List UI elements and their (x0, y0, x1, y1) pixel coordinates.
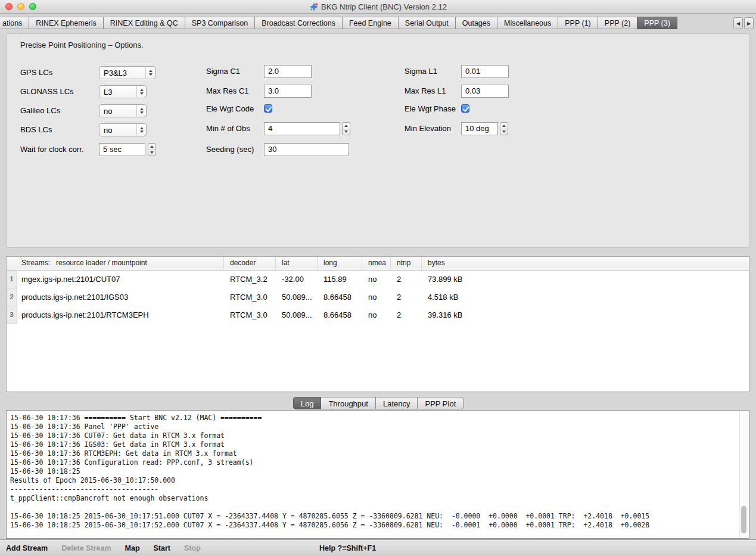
log-scrollbar[interactable] (739, 411, 749, 538)
sigma-c1-input[interactable]: 2.0 (264, 65, 312, 78)
max-res-l1-input[interactable]: 0.03 (461, 85, 509, 98)
sigma-l1-input[interactable]: 0.01 (461, 65, 509, 78)
sigma-c1-label: Sigma C1 (206, 67, 240, 76)
header-mountpoint[interactable]: Streams: resource loader / mountpoint (7, 257, 224, 270)
ele-wgt-code-checkbox[interactable] (264, 104, 272, 113)
wait-clock-stepper[interactable] (148, 143, 156, 156)
cell-lat: 50.089... (276, 288, 318, 306)
log-line: 15-06-30 10:18:25 (10, 467, 738, 476)
tab-miscellaneous[interactable]: Miscellaneous (497, 17, 558, 29)
glonass-lcs-select[interactable]: L3 (99, 85, 147, 98)
gps-lcs-value: P3&L3 (99, 69, 145, 77)
step-up-icon[interactable] (148, 144, 155, 150)
step-down-icon[interactable] (500, 129, 508, 135)
cell-long: 8.66458 (318, 306, 362, 324)
galileo-lcs-label: Galileo LCs (20, 106, 60, 115)
max-res-c1-input[interactable]: 3.0 (264, 85, 312, 98)
bds-lcs-value: no (99, 126, 136, 135)
seeding-input[interactable]: 30 (264, 143, 349, 156)
close-window-button[interactable] (5, 3, 13, 10)
header-ntrip[interactable]: ntrip (391, 257, 422, 270)
tab-outages[interactable]: Outages (455, 17, 497, 29)
stream-row[interactable]: 3 products.igs-ip.net:2101/RTCM3EPH RTCM… (7, 306, 749, 324)
cell-nmea: no (362, 306, 391, 324)
min-obs-stepper[interactable] (342, 122, 350, 135)
map-button[interactable]: Map (125, 544, 140, 552)
header-decoder[interactable]: decoder (224, 257, 276, 270)
ele-wgt-phase-label: Ele Wgt Phase (405, 104, 456, 113)
header-nmea[interactable]: nmea (362, 257, 391, 270)
stream-row[interactable]: 1 mgex.igs-ip.net:2101/CUT07 RTCM_3.2 -3… (7, 271, 749, 288)
streams-header: Streams: resource loader / mountpoint de… (7, 257, 749, 271)
min-obs-label: Min # of Obs (206, 124, 250, 133)
cell-mountpoint: products.igs-ip.net:2101/IGS03 (17, 288, 224, 306)
add-stream-button[interactable]: Add Stream (6, 544, 48, 552)
cell-mountpoint: mgex.igs-ip.net:2101/CUT07 (17, 271, 224, 288)
check-icon (462, 105, 469, 112)
app-icon (309, 2, 318, 11)
chevron-up-down-icon (136, 86, 146, 98)
max-res-l1-label: Max Res L1 (405, 86, 446, 95)
step-down-icon[interactable] (343, 129, 350, 135)
galileo-lcs-select[interactable]: no (99, 104, 147, 117)
tab-ppp-2[interactable]: PPP (2) (598, 17, 638, 29)
cell-ntrip: 2 (391, 306, 422, 324)
min-elevation-stepper[interactable] (500, 122, 508, 135)
wait-clock-input[interactable]: 5 sec (99, 143, 145, 156)
stream-row[interactable]: 2 products.igs-ip.net:2101/IGS03 RTCM_3.… (7, 288, 749, 306)
tab-sp3-comparison[interactable]: SP3 Comparison (185, 17, 256, 29)
window-title: BKG Ntrip Client (BNC) Version 2.12 (321, 2, 447, 11)
chevron-up-down-icon (145, 67, 155, 79)
log-line: 15-06-30 10:17:36 Panel 'PPP' active (10, 423, 738, 431)
tab-rinex-ephemeris[interactable]: RINEX Ephemeris (29, 17, 103, 29)
row-number[interactable]: 2 (7, 288, 17, 306)
bds-lcs-select[interactable]: no (99, 123, 147, 136)
chevron-left-icon: ◀ (736, 21, 740, 26)
ele-wgt-phase-checkbox[interactable] (461, 104, 469, 113)
log-line: ------------------------------------ (10, 485, 738, 494)
step-up-icon[interactable] (500, 123, 508, 129)
log-line: 15-06-30 10:17:36 RTCM3EPH: Get data in … (10, 449, 738, 458)
sigma-l1-label: Sigma L1 (405, 67, 437, 76)
galileo-lcs-value: no (99, 107, 136, 116)
step-up-icon[interactable] (343, 123, 350, 129)
row-number[interactable]: 1 (7, 271, 17, 288)
min-elevation-input[interactable]: 10 deg (461, 122, 498, 135)
tab-scroll-right-button[interactable]: ▶ (744, 17, 754, 29)
ele-wgt-code-label: Ele Wgt Code (206, 104, 254, 113)
tab-latency[interactable]: Latency (375, 397, 418, 409)
tab-serial-output[interactable]: Serial Output (398, 17, 456, 29)
header-long[interactable]: long (318, 257, 362, 270)
row-number[interactable]: 3 (7, 306, 17, 324)
tab-scroll-left-button[interactable]: ◀ (733, 17, 743, 29)
tab-ppp-plot[interactable]: PPP Plot (417, 397, 463, 409)
ppp3-options-panel: Precise Point Positioning – Options. GPS… (6, 33, 749, 248)
header-lat[interactable]: lat (276, 257, 318, 270)
gps-lcs-select[interactable]: P3&L3 (99, 66, 155, 79)
cell-long: 115.89 (318, 271, 362, 288)
log-output[interactable]: 15-06-30 10:17:36 ========== Start BNC v… (6, 410, 749, 539)
bnc-window: BKG Ntrip Client (BNC) Version 2.12 atio… (0, 0, 756, 556)
titlebar[interactable]: BKG Ntrip Client (BNC) Version 2.12 (0, 0, 756, 14)
tab-feed-engine[interactable]: Feed Engine (342, 17, 399, 29)
cell-bytes: 39.316 kB (422, 306, 749, 324)
min-obs-input[interactable]: 4 (264, 122, 340, 135)
zoom-window-button[interactable] (29, 3, 36, 10)
step-down-icon[interactable] (148, 150, 155, 156)
tab-throughput[interactable]: Throughput (321, 397, 376, 409)
tab-ppp-1[interactable]: PPP (1) (558, 17, 598, 29)
tab-broadcast-corrections[interactable]: Broadcast Corrections (254, 17, 343, 29)
cell-lat: -32.00 (276, 271, 318, 288)
tab-rinex-editing-qc[interactable]: RINEX Editing & QC (103, 17, 185, 29)
cell-ntrip: 2 (391, 288, 422, 306)
chevron-right-icon: ▶ (747, 21, 751, 26)
minimize-window-button[interactable] (17, 3, 24, 10)
log-line: Results of Epoch 2015-06-30_10:17:50.000 (10, 476, 738, 485)
start-button[interactable]: Start (154, 544, 170, 552)
streams-table: Streams: resource loader / mountpoint de… (6, 256, 749, 392)
scrollbar-thumb[interactable] (741, 506, 746, 533)
tab-ppp-3[interactable]: PPP (3) (637, 17, 677, 29)
tab-log[interactable]: Log (293, 397, 322, 409)
tab-rinex-observations[interactable]: ations (0, 17, 29, 29)
header-bytes[interactable]: bytes (422, 257, 749, 270)
